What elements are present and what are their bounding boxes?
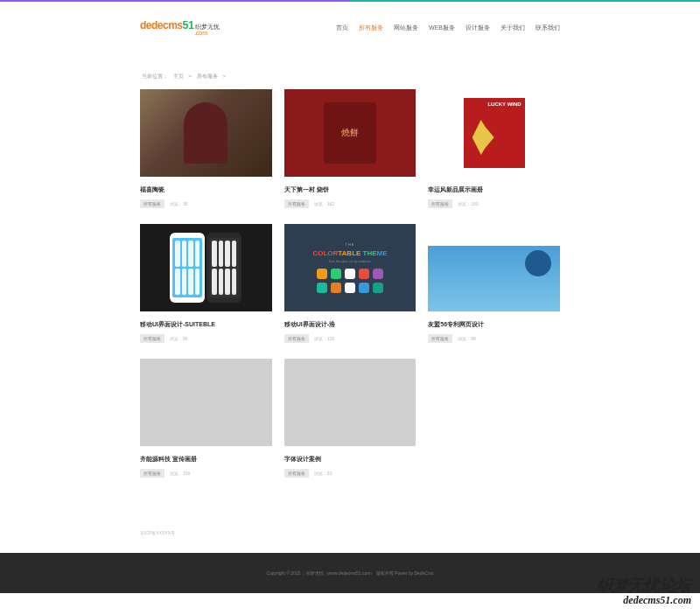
logo-text-51: 51 [183, 19, 194, 31]
card-title: 移动UI界面设计-SUITEBLE [140, 320, 272, 329]
nav-home[interactable]: 首页 [336, 24, 348, 32]
nav-design-services[interactable]: 设计服务 [466, 24, 490, 32]
card-views: 浏览：63 [314, 471, 332, 476]
card-views: 浏览：109 [170, 471, 190, 476]
card-category-tag[interactable]: 所有服务 [284, 334, 309, 343]
breadcrumb-current[interactable]: 所有服务 [197, 73, 218, 79]
service-card[interactable]: 福喜陶瓷 所有服务 浏览：38 [140, 89, 272, 208]
card-category-tag[interactable]: 所有服务 [140, 469, 164, 478]
card-title: 天下第一村 烧饼 [284, 185, 416, 194]
nav-all-services[interactable]: 所有服务 [359, 24, 383, 32]
card-category-tag[interactable]: 所有服务 [284, 469, 309, 478]
nav-web-services[interactable]: WEB服务 [429, 24, 455, 32]
service-card[interactable]: 齐能源科技 宣传画册 所有服务 浏览：109 [140, 359, 272, 478]
service-card[interactable]: 燒餅 天下第一村 烧饼 所有服务 浏览：162 [284, 89, 416, 208]
service-card[interactable]: LUCKY WIND 幸运风新品展示画册 所有服务 浏览：180 [428, 89, 560, 208]
service-card[interactable]: 字体设计案例 所有服务 浏览：63 [284, 359, 416, 478]
copyright-text: Copyright © 2015 ；织梦无忧（www.dedecms51.com… [0, 570, 700, 576]
card-thumbnail [140, 359, 272, 446]
breadcrumb-prefix: 当前位置： [142, 73, 168, 79]
card-views: 浏览：38 [170, 201, 188, 206]
card-thumbnail [428, 224, 560, 311]
site-logo[interactable]: dedecms 51 织梦无忧 .com [140, 19, 220, 36]
logo-com: .com [194, 30, 220, 36]
icp-filing: 京ICP备XXXXX号 [140, 495, 560, 553]
nav-contact[interactable]: 联系我们 [536, 24, 560, 32]
card-category-tag[interactable]: 所有服务 [140, 199, 164, 208]
card-category-tag[interactable]: 所有服务 [428, 334, 452, 343]
card-title: 移动UI界面设计-浩 [284, 320, 416, 329]
card-category-tag[interactable]: 所有服务 [428, 199, 452, 208]
services-grid: 福喜陶瓷 所有服务 浏览：38 燒餅 天下第一村 烧饼 所有服务 浏览：162 … [140, 89, 560, 495]
card-category-tag[interactable]: 所有服务 [140, 334, 164, 343]
card-title: 福喜陶瓷 [140, 185, 272, 194]
nav-about[interactable]: 关于我们 [500, 24, 525, 32]
breadcrumb: 当前位置： 主页 > 所有服务 > [140, 46, 560, 89]
breadcrumb-home[interactable]: 主页 [173, 73, 184, 79]
logo-text-dedecms: dedecms [140, 19, 183, 31]
nav-website-services[interactable]: 网站服务 [394, 24, 418, 32]
card-thumbnail [140, 224, 272, 311]
card-thumbnail: THE COLORTABLE THEME Does this colour su… [284, 224, 416, 311]
service-card[interactable]: 友盟56专利网页设计 所有服务 浏览：98 [428, 224, 560, 343]
site-header: dedecms 51 织梦无忧 .com 首页 所有服务 网站服务 WEB服务 … [0, 2, 700, 46]
card-views: 浏览：86 [170, 336, 188, 341]
breadcrumb-sep: > [222, 73, 226, 79]
card-thumbnail: 燒餅 [284, 89, 416, 177]
site-footer: Copyright © 2015 ；织梦无忧（www.dedecms51.com… [0, 553, 700, 593]
card-category-tag[interactable]: 所有服务 [284, 199, 309, 208]
main-nav: 首页 所有服务 网站服务 WEB服务 设计服务 关于我们 联系我们 [336, 24, 560, 32]
card-thumbnail [284, 359, 416, 446]
card-thumbnail [140, 89, 272, 177]
card-title: 齐能源科技 宣传画册 [140, 455, 272, 464]
service-card[interactable]: 移动UI界面设计-SUITEBLE 所有服务 浏览：86 [140, 224, 272, 343]
card-title: 友盟56专利网页设计 [428, 320, 560, 329]
service-card[interactable]: THE COLORTABLE THEME Does this colour su… [284, 224, 416, 343]
card-views: 浏览：162 [314, 201, 334, 206]
card-title: 字体设计案例 [284, 455, 416, 464]
breadcrumb-sep: > [188, 73, 192, 79]
card-views: 浏览：180 [458, 201, 478, 206]
card-title: 幸运风新品展示画册 [428, 185, 560, 194]
card-views: 浏览：98 [458, 336, 476, 341]
card-views: 浏览：119 [314, 336, 334, 341]
top-accent-stripe [0, 0, 700, 2]
logo-cn: 织梦无忧 [195, 24, 220, 30]
card-thumbnail: LUCKY WIND [428, 89, 560, 177]
